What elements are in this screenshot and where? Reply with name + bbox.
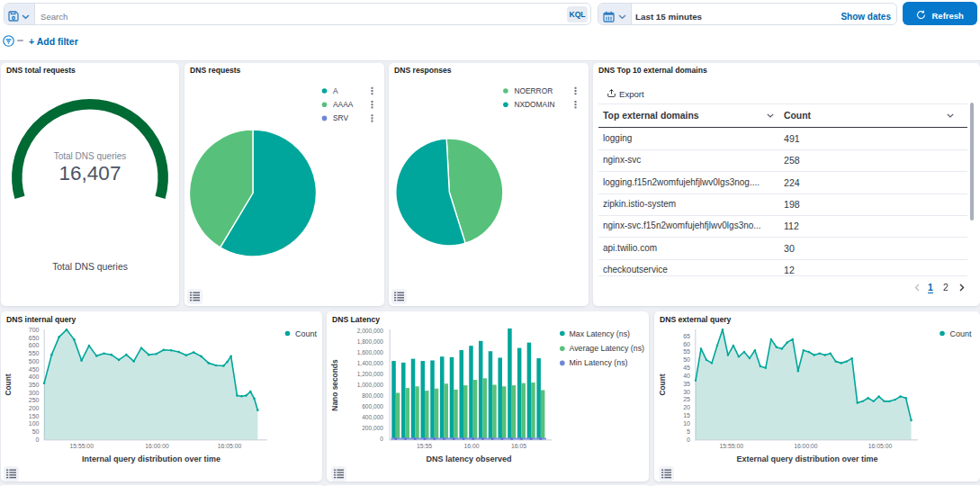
svg-text:1,600,000: 1,600,000 [357, 349, 384, 356]
svg-text:700: 700 [29, 327, 40, 333]
svg-text:200,000: 200,000 [362, 425, 383, 431]
svg-text:A: A [333, 86, 338, 95]
svg-text:16:05:00: 16:05:00 [868, 443, 893, 449]
svg-text:450: 450 [29, 366, 40, 373]
svg-text:400: 400 [29, 374, 40, 380]
svg-text:15: 15 [683, 412, 690, 418]
svg-text:Max Latency (ns): Max Latency (ns) [570, 329, 631, 338]
svg-text:65: 65 [683, 333, 690, 339]
svg-text:45: 45 [683, 364, 690, 371]
svg-text:16:00:00: 16:00:00 [145, 443, 169, 449]
svg-text:1,000,000: 1,000,000 [357, 382, 384, 388]
svg-text:NXDOMAIN: NXDOMAIN [514, 100, 554, 109]
svg-text:1,800,000: 1,800,000 [357, 338, 384, 345]
svg-text:60: 60 [683, 341, 690, 347]
svg-text:200: 200 [29, 405, 40, 411]
svg-text:50: 50 [683, 356, 690, 363]
svg-text:AAAA: AAAA [333, 100, 354, 109]
svg-text:500: 500 [29, 358, 40, 364]
svg-text:0: 0 [36, 436, 40, 443]
svg-text:DNS latency observed: DNS latency observed [426, 454, 511, 464]
svg-text:10: 10 [683, 420, 690, 427]
svg-text:16:00:00: 16:00:00 [794, 443, 818, 449]
svg-text:16:05:00: 16:05:00 [218, 443, 242, 449]
svg-text:5: 5 [687, 428, 690, 435]
svg-text:15:55:00: 15:55:00 [69, 443, 94, 449]
svg-text:External query distribution ov: External query distribution over time [736, 454, 877, 464]
svg-text:550: 550 [29, 350, 40, 356]
svg-text:16:00: 16:00 [463, 443, 479, 449]
svg-text:1,200,000: 1,200,000 [357, 371, 384, 377]
svg-text:400,000: 400,000 [362, 414, 383, 420]
svg-text:1,400,000: 1,400,000 [357, 360, 384, 366]
svg-text:40: 40 [683, 373, 690, 379]
svg-text:Nano seconds: Nano seconds [330, 359, 339, 411]
svg-text:25: 25 [683, 396, 690, 402]
svg-text:2,000,000: 2,000,000 [357, 328, 384, 334]
svg-text:Count: Count [950, 329, 973, 338]
svg-text:300: 300 [29, 390, 40, 396]
svg-text:Count: Count [658, 374, 667, 395]
svg-text:0: 0 [380, 436, 383, 442]
svg-text:16:05: 16:05 [511, 443, 526, 449]
svg-text:30: 30 [683, 389, 690, 395]
svg-text:Average Latency (ns): Average Latency (ns) [570, 344, 645, 353]
svg-text:SRV: SRV [333, 113, 348, 122]
svg-text:NOERROR: NOERROR [514, 86, 553, 95]
svg-text:800,000: 800,000 [362, 392, 383, 399]
svg-text:55: 55 [683, 348, 690, 355]
svg-text:0: 0 [687, 436, 690, 443]
svg-text:Count: Count [4, 374, 13, 395]
svg-text:Count: Count [295, 329, 318, 338]
svg-text:600: 600 [29, 342, 40, 348]
svg-text:250: 250 [29, 397, 40, 403]
svg-text:Min Latency (ns): Min Latency (ns) [570, 358, 628, 367]
svg-text:100: 100 [29, 420, 40, 427]
svg-text:150: 150 [29, 413, 40, 419]
svg-text:35: 35 [683, 381, 690, 387]
svg-text:15:55:00: 15:55:00 [720, 443, 744, 449]
svg-text:15:55: 15:55 [417, 443, 432, 449]
svg-text:Internal query distribution ov: Internal query distribution over time [82, 454, 220, 464]
svg-text:20: 20 [683, 404, 690, 410]
svg-text:600,000: 600,000 [362, 403, 383, 410]
svg-text:650: 650 [29, 335, 40, 341]
svg-text:350: 350 [29, 382, 40, 388]
svg-text:50: 50 [32, 428, 40, 435]
